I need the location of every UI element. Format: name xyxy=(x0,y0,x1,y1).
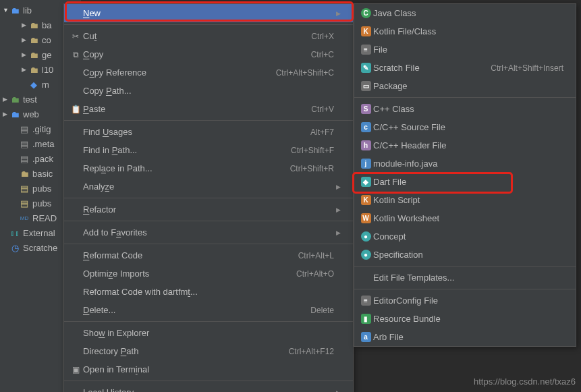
filetype-icon: ▮ xyxy=(360,314,372,324)
folder-icon: ▤ xyxy=(19,184,30,193)
menu-item-shortcut: Ctrl+Alt+L xyxy=(298,251,334,260)
menu-item[interactable]: Copy ReferenceCtrl+Alt+Shift+C xyxy=(64,63,353,82)
menu-item[interactable]: 📋PasteCtrl+V xyxy=(64,100,353,118)
new-menu-item[interactable]: KKotlin Script xyxy=(354,191,576,209)
folder-icon: 🖿 xyxy=(9,109,20,119)
new-menu-item[interactable]: ▭Package xyxy=(354,77,576,95)
folder-icon: 🖿 xyxy=(9,94,20,104)
menu-item[interactable]: ⧉CopyCtrl+C xyxy=(64,45,353,63)
new-menu-item-shortcut: Ctrl+Alt+Shift+Insert xyxy=(491,63,563,73)
folder-icon: ◷ xyxy=(9,243,20,252)
new-menu-item[interactable]: ◆Dart File xyxy=(354,173,576,191)
filetype-icon: K xyxy=(360,26,372,36)
filetype-icon: ● xyxy=(360,250,372,260)
menu-item-shortcut: Alt+F7 xyxy=(310,128,334,137)
new-menu-item[interactable]: Edit File Templates... xyxy=(354,269,576,287)
new-menu-item[interactable]: ≡EditorConfig File xyxy=(354,291,576,310)
tree-item-label: co xyxy=(42,35,51,45)
menu-item-label: Show in Explorer xyxy=(82,328,334,338)
menu-item[interactable]: Find UsagesAlt+F7 xyxy=(64,123,353,141)
menu-item-shortcut: Ctrl+X xyxy=(311,32,334,41)
menu-item[interactable]: Optimize ImportsCtrl+Alt+O xyxy=(64,264,353,283)
new-menu-item-label: Dart File xyxy=(372,177,563,187)
tree-item-label: ge xyxy=(42,50,51,60)
filetype-icon: ▭ xyxy=(360,81,372,91)
menu-separator xyxy=(64,381,353,381)
menu-item-label: Find in Path... xyxy=(82,145,291,155)
folder-icon: ▤ xyxy=(19,124,30,134)
new-menu-item[interactable]: ●Concept xyxy=(354,227,576,246)
folder-icon: ⫾⫾ xyxy=(9,228,20,237)
new-menu-item-label: C/C++ Header File xyxy=(372,140,563,150)
filetype-icon: S xyxy=(360,104,372,114)
folder-icon: 🖿 xyxy=(19,169,30,178)
menu-item[interactable]: Show in Explorer xyxy=(64,324,353,342)
tree-item-label: READ xyxy=(32,213,57,223)
tree-arrow-icon: ▼ xyxy=(3,7,9,13)
new-menu-item[interactable]: hC/C++ Header File xyxy=(354,136,576,155)
menu-item-label: Cut xyxy=(82,31,311,41)
menu-item-label: Paste xyxy=(82,104,311,114)
folder-icon: 🖿 xyxy=(28,65,39,74)
menu-item-icon: 📋 xyxy=(70,105,82,114)
new-menu-item-label: Specification xyxy=(372,250,563,260)
menu-item[interactable]: Directory PathCtrl+Alt+F12 xyxy=(64,342,353,360)
new-menu-item-label: Kotlin File/Class xyxy=(372,26,563,36)
menu-item[interactable]: Delete...Delete xyxy=(64,301,353,319)
new-menu-item-label: Kotlin Script xyxy=(372,195,563,205)
menu-item[interactable]: Local History▶ xyxy=(64,383,353,392)
filetype-icon: a xyxy=(360,332,372,342)
new-submenu[interactable]: CJava ClassKKotlin File/Class≡File✎Scrat… xyxy=(354,3,576,347)
menu-item-label: Local History xyxy=(82,387,334,392)
menu-item-shortcut: Ctrl+Alt+O xyxy=(296,269,334,279)
folder-icon: ▤ xyxy=(19,154,30,163)
menu-item[interactable]: ▣Open in Terminal xyxy=(64,360,353,379)
new-menu-item[interactable]: aArb File xyxy=(354,328,576,346)
new-menu-item-label: Resource Bundle xyxy=(372,314,563,324)
new-menu-item[interactable]: ≡File xyxy=(354,40,576,59)
tree-arrow-icon: ▶ xyxy=(3,96,9,103)
tree-item-label: .pack xyxy=(32,154,53,164)
menu-item[interactable]: Find in Path...Ctrl+Shift+F xyxy=(64,141,353,159)
menu-item-shortcut: Ctrl+C xyxy=(311,50,334,59)
menu-item[interactable]: Add to Favorites▶ xyxy=(64,223,353,242)
menu-separator xyxy=(64,24,353,25)
new-menu-item[interactable]: SC++ Class xyxy=(354,100,576,118)
menu-item[interactable]: ✂CutCtrl+X xyxy=(64,27,353,45)
tree-arrow-icon: ▶ xyxy=(22,51,28,58)
new-menu-item[interactable]: KKotlin File/Class xyxy=(354,22,576,40)
submenu-arrow-icon: ▶ xyxy=(334,10,341,17)
watermark: https://blog.csdn.net/txaz6 xyxy=(474,376,576,387)
filetype-icon: ◆ xyxy=(360,177,372,187)
context-menu[interactable]: New▶✂CutCtrl+X⧉CopyCtrl+CCopy ReferenceC… xyxy=(63,3,354,392)
new-menu-item[interactable]: ✎Scratch FileCtrl+Alt+Shift+Insert xyxy=(354,59,576,77)
new-menu-item[interactable]: CJava Class xyxy=(354,4,576,22)
filetype-icon: ✎ xyxy=(360,63,372,73)
new-menu-item[interactable]: jmodule-info.java xyxy=(354,155,576,173)
new-menu-item[interactable]: cC/C++ Source File xyxy=(354,118,576,136)
new-menu-item[interactable]: WKotlin Worksheet xyxy=(354,209,576,227)
menu-item[interactable]: Reformat CodeCtrl+Alt+L xyxy=(64,246,353,264)
menu-item[interactable]: Replace in Path...Ctrl+Shift+R xyxy=(64,159,353,177)
folder-icon: 🖿 xyxy=(28,50,39,59)
menu-item[interactable]: New▶ xyxy=(64,4,353,22)
menu-item[interactable]: Analyze▶ xyxy=(64,177,353,196)
menu-item[interactable]: Refactor▶ xyxy=(64,200,353,219)
menu-item-label: Find Usages xyxy=(82,127,310,137)
menu-item[interactable]: Reformat Code with dartfmt... xyxy=(64,283,353,301)
new-menu-item[interactable]: ●Specification xyxy=(354,246,576,264)
menu-item-label: Open in Terminal xyxy=(82,364,334,374)
menu-item-label: Copy xyxy=(82,49,311,59)
folder-icon: ▤ xyxy=(19,198,30,208)
new-menu-item-label: module-info.java xyxy=(372,159,563,169)
new-menu-item[interactable]: ▮Resource Bundle xyxy=(354,310,576,328)
folder-icon: MD xyxy=(19,213,30,223)
menu-item-label: Refactor xyxy=(82,204,334,215)
filetype-icon: ≡ xyxy=(360,45,372,55)
menu-item[interactable]: Copy Path... xyxy=(64,82,353,100)
menu-item-label: Reformat Code with dartfmt... xyxy=(82,287,334,297)
new-menu-item-label: File xyxy=(372,45,563,55)
menu-separator xyxy=(64,321,353,322)
menu-separator xyxy=(64,221,353,221)
tree-item-label: web xyxy=(23,109,39,119)
